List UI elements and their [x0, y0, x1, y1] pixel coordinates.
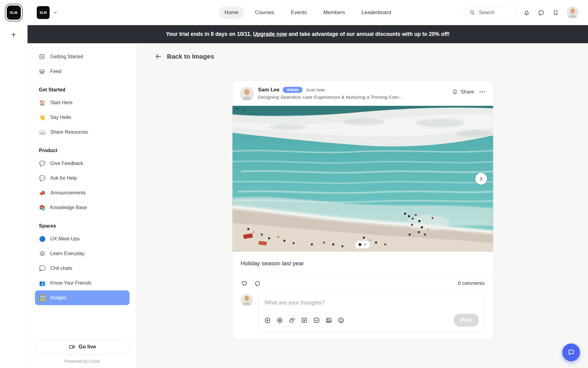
- share-button[interactable]: Share: [452, 89, 474, 95]
- video-camera-icon: [69, 343, 75, 350]
- sidebar-item-ux-meet-ups[interactable]: 🔵 UX Meet-Ups: [35, 232, 130, 246]
- search-input[interactable]: [478, 10, 510, 16]
- post-action-row: 0 comments: [232, 274, 493, 291]
- busts-emoji-icon: 👥: [39, 280, 46, 286]
- post-header-text: Sam Lee Admin Just now Designing Seamles…: [258, 87, 448, 100]
- trial-banner-suffix: and take advantage of our annual discoun…: [287, 31, 450, 37]
- image-upload-icon[interactable]: [325, 317, 332, 324]
- thought-balloon-emoji-icon: 💭: [39, 265, 46, 272]
- community-logo: SLM: [7, 6, 21, 20]
- upgrade-now-link[interactable]: Upgrade now: [253, 31, 287, 37]
- user-avatar[interactable]: [567, 6, 579, 19]
- post-comment-button[interactable]: Post: [454, 314, 479, 327]
- post-caption: Holiday season last year: [241, 260, 304, 266]
- sidebar-item-announcements[interactable]: 📣 Announcements: [35, 186, 130, 200]
- sidebar-item-learn-everyday[interactable]: 😜 Learn Everyday: [35, 246, 130, 261]
- sidebar-item-label: Announcements: [50, 190, 86, 196]
- chevron-down-icon[interactable]: [53, 10, 58, 15]
- sidebar-item-label: Learn Everyday: [50, 251, 85, 256]
- author-headline: Designing Seamless User Experiences & Nu…: [258, 94, 405, 100]
- sidebar-item-ask-for-help[interactable]: 💬 Ask for Help: [35, 171, 130, 186]
- bookmarks-icon[interactable]: [552, 10, 559, 16]
- primary-nav: Home Courses Events Members Leaderboard: [219, 6, 397, 19]
- sidebar-item-images[interactable]: 🖼️ Images: [35, 290, 130, 305]
- sidebar-item-give-feedback[interactable]: 💬 Give Feedback: [35, 156, 130, 171]
- sidebar-item-share-resources[interactable]: 📖 Share Resources: [35, 125, 130, 140]
- top-header: SLM Home Courses Events Members Leaderbo…: [28, 0, 588, 25]
- share-label: Share: [461, 89, 474, 95]
- community-avatar-active[interactable]: SLM: [5, 4, 23, 21]
- add-community-button[interactable]: +: [11, 31, 16, 39]
- like-heart-icon[interactable]: [241, 280, 248, 287]
- sidebar-item-knowledge-base[interactable]: 📚 Knowledge Base: [35, 200, 130, 215]
- sidebar-item-label: Give Feedback: [50, 161, 83, 166]
- sidebar-section-product: Product: [35, 148, 130, 153]
- page-header: Back to Images: [137, 43, 588, 70]
- nav-tab-home[interactable]: Home: [219, 6, 244, 19]
- support-chat-fab[interactable]: [562, 343, 580, 361]
- nav-tab-events[interactable]: Events: [285, 6, 313, 19]
- go-live-button[interactable]: Go live: [35, 339, 130, 354]
- nav-tab-members[interactable]: Members: [318, 6, 351, 19]
- sidebar-footer: Go live Powered by Circle: [35, 339, 130, 364]
- back-arrow-icon[interactable]: [155, 53, 162, 60]
- sidebar-item-say-hello[interactable]: 👋 Say Hello: [35, 110, 130, 125]
- sidebar-item-chit-chats[interactable]: 💭 Chit-chats: [35, 261, 130, 276]
- winking-face-emoji-icon: 😜: [39, 251, 46, 257]
- admin-badge: Admin: [283, 87, 303, 93]
- chevron-right-icon: [479, 176, 484, 181]
- more-options-icon[interactable]: [479, 90, 486, 94]
- hashtag-circle-icon[interactable]: [276, 317, 283, 324]
- search-box[interactable]: [464, 6, 515, 19]
- attachment-paperclip-icon[interactable]: [288, 317, 296, 324]
- sidebar-item-start-here[interactable]: 🏠 Start Here: [35, 95, 130, 110]
- sidebar-item-label: UX Meet-Ups: [50, 236, 80, 242]
- sidebar-item-label: Feed: [50, 69, 61, 74]
- video-embed-icon[interactable]: [301, 317, 308, 324]
- trial-banner-prefix: Your trial ends in 8 days on 10/11.: [166, 31, 253, 37]
- carousel-dot-active[interactable]: [359, 243, 361, 246]
- megaphone-emoji-icon: 📣: [39, 190, 46, 196]
- sidebar-item-label: Images: [50, 295, 66, 301]
- sidebar-item-label: Ask for Help: [50, 175, 77, 181]
- messages-chat-icon[interactable]: [538, 9, 545, 16]
- author-name[interactable]: Sam Lee: [258, 87, 280, 93]
- gif-icon[interactable]: GIF: [313, 317, 320, 324]
- header-actions: [464, 6, 579, 19]
- svg-text:GIF: GIF: [315, 319, 318, 321]
- nav-tab-leaderboard[interactable]: Leaderboard: [356, 6, 397, 19]
- community-rail: SLM +: [0, 0, 28, 368]
- sidebar-item-feed[interactable]: Feed: [35, 64, 130, 79]
- nav-tab-courses[interactable]: Courses: [249, 6, 280, 19]
- go-live-label: Go live: [79, 344, 96, 350]
- post-header-actions: Share: [452, 87, 486, 95]
- comment-bubble-icon[interactable]: [254, 280, 261, 287]
- beach-photo: [232, 106, 493, 252]
- sidebar-item-label: Chit-chats: [50, 266, 72, 271]
- wave-emoji-icon: 👋: [39, 114, 46, 121]
- sidebar-item-getting-started[interactable]: Getting Started: [35, 49, 130, 64]
- sidebar-section-spaces: Spaces: [35, 223, 130, 229]
- post-timestamp: Just now: [306, 87, 325, 93]
- comment-input[interactable]: [264, 299, 479, 306]
- speech-bubble-emoji-icon: 💬: [39, 175, 46, 182]
- composer-box[interactable]: GIF Post: [258, 294, 485, 332]
- composer-avatar: [241, 294, 253, 306]
- post-card: Sam Lee Admin Just now Designing Seamles…: [232, 81, 493, 340]
- composer-toolbar: GIF Post: [264, 314, 479, 327]
- carousel-dots[interactable]: [355, 241, 370, 248]
- comments-count[interactable]: 0 comments: [458, 281, 484, 286]
- framed-picture-emoji-icon: 🖼️: [39, 295, 46, 301]
- back-to-images-link[interactable]: Back to Images: [167, 53, 214, 60]
- carousel-next-button[interactable]: [475, 173, 487, 185]
- sidebar-item-know-your-friends[interactable]: 👥 Know Your Friends: [35, 276, 130, 290]
- feed-icon: [39, 68, 46, 75]
- emoji-smiley-icon[interactable]: [337, 317, 345, 324]
- sidebar-section-get-started: Get Started: [35, 87, 130, 93]
- comment-composer: GIF Post: [232, 291, 493, 340]
- add-plus-circle-icon[interactable]: [264, 317, 271, 324]
- notifications-bell-icon[interactable]: [523, 9, 530, 16]
- carousel-dot-inactive[interactable]: [364, 243, 367, 246]
- community-switcher-logo[interactable]: SLM: [37, 6, 50, 19]
- author-avatar[interactable]: [240, 87, 254, 101]
